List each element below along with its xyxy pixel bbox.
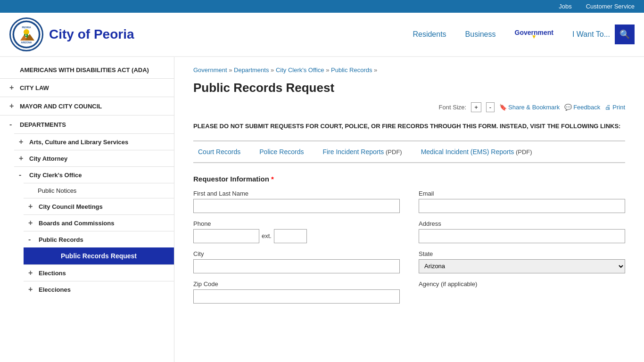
phone-ext-input[interactable] xyxy=(274,229,307,243)
email-input[interactable] xyxy=(419,199,625,213)
chevron-down-icon: ▼ xyxy=(531,33,537,40)
sidebar-item-public-notices[interactable]: Public Notices xyxy=(24,183,174,198)
print-link[interactable]: 🖨 Print xyxy=(605,104,625,111)
record-links-row: Court Records Police Records Fire Incide… xyxy=(193,140,625,163)
agency-group: Agency (if applicable) xyxy=(419,280,625,304)
content-area: Government » Departments » City Clerk's … xyxy=(174,57,644,362)
jobs-link[interactable]: Jobs xyxy=(559,3,571,10)
state-label: State xyxy=(419,250,625,257)
main-layout: AMERICANS WITH DISABILITIES ACT (ADA) + … xyxy=(0,57,644,362)
fire-incident-link[interactable]: Fire Incident Reports xyxy=(322,148,384,156)
breadcrumb-city-clerks[interactable]: City Clerk's Office xyxy=(276,66,324,74)
zip-label: Zip Code xyxy=(193,280,400,288)
font-size-label: Font Size: xyxy=(439,104,467,111)
font-increase-button[interactable]: + xyxy=(471,102,481,112)
nav-government[interactable]: Government ▼ xyxy=(515,29,553,40)
print-icon: 🖨 xyxy=(605,104,611,111)
svg-text:PEORIA: PEORIA xyxy=(22,26,31,29)
required-star: * xyxy=(271,175,274,183)
sidebar-item-ada[interactable]: AMERICANS WITH DISABILITIES ACT (ADA) xyxy=(0,62,174,78)
phone-group: Phone ext. xyxy=(193,220,400,243)
medical-incident-link[interactable]: Medical Incident (EMS) Reports xyxy=(421,148,514,156)
share-bookmark-link[interactable]: 🔖 Share & Bookmark xyxy=(499,104,560,111)
feedback-icon: 💬 xyxy=(564,104,572,111)
fire-pdf-label: (PDF) xyxy=(386,148,402,156)
city-label: City xyxy=(193,250,400,257)
phone-input[interactable] xyxy=(193,229,259,243)
nav-residents[interactable]: Residents xyxy=(413,30,446,39)
phone-label: Phone xyxy=(193,220,400,227)
address-label: Address xyxy=(419,220,625,227)
search-icon: 🔍 xyxy=(619,29,630,40)
breadcrumb-government[interactable]: Government xyxy=(193,66,227,74)
customer-service-link[interactable]: Customer Service xyxy=(586,3,635,10)
sidebar: AMERICANS WITH DISABILITIES ACT (ADA) + … xyxy=(0,57,174,362)
sidebar-item-departments[interactable]: - DEPARTMENTS xyxy=(0,115,174,133)
state-group: State Arizona Alabama Alaska California … xyxy=(419,250,625,273)
city-group: City xyxy=(193,250,400,273)
agency-label: Agency (if applicable) xyxy=(419,280,625,288)
font-controls: Font Size: + - 🔖 Share & Bookmark 💬 Feed… xyxy=(193,102,625,112)
nav-i-want-to[interactable]: I Want To... xyxy=(572,30,610,39)
name-group: First and Last Name xyxy=(193,190,400,213)
main-nav: Residents Business Government ▼ I Want T… xyxy=(413,29,610,40)
medical-pdf-label: (PDF) xyxy=(516,148,532,156)
logo-circle: PEORIA ARIZONA xyxy=(9,17,43,51)
state-select[interactable]: Arizona Alabama Alaska California Colora… xyxy=(419,259,625,273)
sidebar-item-city-attorney[interactable]: + City Attorney xyxy=(14,150,174,166)
medical-incident-item: Medical Incident (EMS) Reports (PDF) xyxy=(421,148,532,156)
sidebar-item-city-clerks-office[interactable]: - City Clerk's Office xyxy=(14,166,174,183)
notice-text: PLEASE DO NOT SUBMIT REQUESTS FOR COURT,… xyxy=(193,122,625,131)
name-input[interactable] xyxy=(193,199,400,213)
sidebar-item-elecciones[interactable]: + Elecciones xyxy=(24,281,174,297)
breadcrumb-public-records[interactable]: Public Records xyxy=(331,66,372,74)
phone-row: ext. xyxy=(193,229,400,243)
police-records-link[interactable]: Police Records xyxy=(259,148,304,156)
site-title: City of Peoria xyxy=(49,27,134,42)
email-label: Email xyxy=(419,190,625,197)
email-group: Email xyxy=(419,190,625,213)
sidebar-item-arts[interactable]: + Arts, Culture and Library Services xyxy=(14,133,174,150)
court-records-link[interactable]: Court Records xyxy=(198,148,240,156)
search-button[interactable]: 🔍 xyxy=(615,25,635,44)
sidebar-item-city-council-meetings[interactable]: + City Council Meetings xyxy=(24,198,174,214)
font-decrease-button[interactable]: - xyxy=(486,102,495,112)
breadcrumb-departments[interactable]: Departments xyxy=(234,66,269,74)
page-title: Public Records Request xyxy=(193,81,625,95)
svg-text:ARIZONA: ARIZONA xyxy=(21,41,32,44)
bookmark-icon: 🔖 xyxy=(499,104,507,111)
city-input[interactable] xyxy=(193,259,400,273)
fire-incident-item: Fire Incident Reports (PDF) xyxy=(322,148,402,156)
header: PEORIA ARIZONA City of Peoria Residents … xyxy=(0,13,644,57)
notice-box: PLEASE DO NOT SUBMIT REQUESTS FOR COURT,… xyxy=(193,122,625,131)
logo-svg: PEORIA ARIZONA xyxy=(11,19,42,50)
requestor-form: First and Last Name Email Phone ext. Add… xyxy=(193,190,625,304)
sidebar-item-elections[interactable]: + Elections xyxy=(24,264,174,281)
feedback-link[interactable]: 💬 Feedback xyxy=(564,104,600,111)
sidebar-sub-city-clerks: Public Notices + City Council Meetings +… xyxy=(14,183,174,297)
sidebar-sub-departments: + Arts, Culture and Library Services + C… xyxy=(0,133,174,297)
name-label: First and Last Name xyxy=(193,190,400,197)
zip-input[interactable] xyxy=(193,289,400,304)
sidebar-item-boards-commissions[interactable]: + Boards and Commissions xyxy=(24,214,174,231)
address-group: Address xyxy=(419,220,625,243)
breadcrumb: Government » Departments » City Clerk's … xyxy=(193,66,625,74)
logo-area: PEORIA ARIZONA City of Peoria xyxy=(9,17,134,51)
sidebar-item-public-records-request[interactable]: Public Records Request xyxy=(24,247,174,264)
nav-business[interactable]: Business xyxy=(465,30,496,39)
top-bar: Jobs Customer Service xyxy=(0,0,644,13)
sidebar-item-public-records[interactable]: - Public Records xyxy=(24,231,174,247)
ext-label: ext. xyxy=(262,232,272,239)
sidebar-item-city-law[interactable]: + CITY LAW xyxy=(0,78,174,97)
form-section-title: Requestor Information * xyxy=(193,175,625,183)
sidebar-item-mayor[interactable]: + MAYOR AND CITY COUNCIL xyxy=(0,97,174,115)
zip-group: Zip Code xyxy=(193,280,400,304)
address-input[interactable] xyxy=(419,229,625,243)
